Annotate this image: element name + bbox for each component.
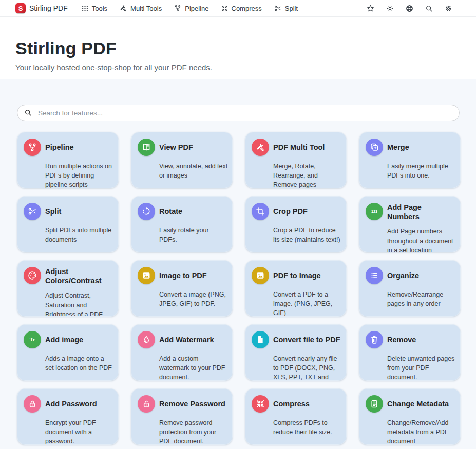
top-navbar: S Stirling PDF Tools Multi Tools [0, 0, 476, 17]
rotate-icon [138, 203, 155, 220]
page-subtitle: Your locally hosted one-stop-shop for al… [15, 63, 461, 72]
card-description: Remove password protection from your PDF… [159, 418, 228, 445]
image-icon [252, 267, 269, 284]
card-title: Add Page Numbers [387, 203, 455, 221]
card-title: Add Password [45, 399, 97, 409]
page-header: Stirling PDF Your locally hosted one-sto… [0, 17, 476, 79]
water-drop-icon [138, 331, 155, 348]
feature-card-add-watermark[interactable]: Add Watermark Add a custom watermark to … [131, 324, 233, 381]
card-description: Convert a PDF to a image. (PNG, JPEG, GI… [273, 290, 342, 317]
nav-item-multi-tools[interactable]: Multi Tools [119, 4, 162, 12]
nav-item-label: Compress [232, 5, 262, 12]
feature-card-add-image[interactable]: Tr Add image Adds a image onto a set loc… [17, 324, 119, 381]
card-title: Merge [387, 143, 409, 152]
feature-card-adjust-colors-contrast[interactable]: Adjust Colors/Contrast Adjust Contrast, … [17, 260, 119, 317]
card-description: Merge, Rotate, Rearrange, and Remove pag… [273, 162, 342, 188]
card-title: Crop PDF [273, 207, 308, 217]
nav-item-split[interactable]: Split [274, 4, 298, 12]
card-description: Convert a image (PNG, JPEG, GIF) to PDF. [159, 290, 228, 308]
card-description: Delete unwanted pages from your PDF docu… [387, 354, 456, 381]
card-description: Compress PDFs to reduce their file size. [273, 418, 342, 437]
trash-icon [366, 331, 383, 348]
multi-tools-icon [252, 139, 269, 156]
file-icon [252, 331, 269, 348]
nav-item-label: Split [285, 5, 298, 12]
card-title: PDF to Image [273, 271, 321, 281]
nav-item-label: Tools [92, 5, 107, 12]
svg-text:123: 123 [371, 210, 377, 214]
card-title: Rotate [159, 207, 182, 217]
feature-card-add-password[interactable]: Add Password Encrypt your PDF document w… [17, 388, 119, 445]
feature-card-pipeline[interactable]: Pipeline Run multiple actions on PDFs by… [17, 132, 119, 188]
page-numbers-123-icon: 123 [366, 203, 383, 220]
card-title: Organize [387, 271, 419, 281]
nav-menu: Tools Multi Tools Pipeline [81, 4, 298, 12]
nav-item-label: Multi Tools [130, 5, 162, 12]
compress-icon [221, 5, 229, 12]
feature-card-pdf-multi-tool[interactable]: PDF Multi Tool Merge, Rotate, Rearrange,… [245, 132, 347, 188]
search-icon[interactable] [425, 4, 433, 13]
feature-card-pdf-to-image[interactable]: PDF to Image Convert a PDF to a image. (… [245, 260, 347, 317]
feature-card-split[interactable]: Split Split PDFs into multiple documents [17, 196, 119, 252]
nav-item-tools[interactable]: Tools [81, 5, 107, 12]
card-title: Add Watermark [159, 335, 214, 345]
card-title: Convert file to PDF [273, 335, 340, 345]
card-title: View PDF [159, 143, 193, 152]
multi-tools-icon [119, 4, 127, 12]
star-icon[interactable] [366, 4, 375, 13]
nav-right-icons [366, 4, 453, 13]
card-title: Pipeline [45, 143, 74, 152]
scissors-icon [24, 203, 41, 220]
feature-card-merge[interactable]: Merge Easily merge multiple PDFs into on… [359, 132, 461, 188]
feature-card-organize[interactable]: Organize Remove/Rearrange pages in any o… [359, 260, 461, 317]
card-title: Split [45, 207, 61, 217]
theme-sun-icon[interactable] [386, 4, 394, 13]
card-description: Run multiple actions on PDFs by defining… [45, 162, 114, 188]
card-description: Easily rotate your PDFs. [159, 226, 228, 244]
feature-card-image-to-pdf[interactable]: Image to PDF Convert a image (PNG, JPEG,… [131, 260, 233, 317]
stirling-logo-icon: S [15, 3, 26, 13]
nav-item-pipeline[interactable]: Pipeline [174, 4, 208, 12]
search-input[interactable] [17, 105, 460, 121]
open-book-icon [138, 139, 155, 156]
feature-grid: Pipeline Run multiple actions on PDFs by… [17, 132, 461, 445]
nav-item-label: Pipeline [185, 5, 208, 12]
card-title: Adjust Colors/Contrast [45, 267, 113, 285]
card-description: Change/Remove/Add metadata from a PDF do… [387, 418, 456, 445]
feature-card-change-metadata[interactable]: Change Metadata Change/Remove/Add metada… [359, 388, 461, 445]
crop-icon [252, 203, 269, 220]
feature-card-remove[interactable]: Remove Delete unwanted pages from your P… [359, 324, 461, 381]
card-description: View, annotate, add text or images [159, 162, 228, 180]
palette-icon [24, 267, 41, 284]
text-format-icon: Tr [24, 331, 41, 348]
pipeline-icon [24, 139, 41, 156]
feature-card-view-pdf[interactable]: View PDF View, annotate, add text or ima… [131, 132, 233, 188]
feature-search [17, 105, 460, 121]
pipeline-icon [174, 4, 182, 12]
card-title: Compress [273, 399, 310, 409]
lock-icon [24, 395, 41, 413]
feature-card-rotate[interactable]: Rotate Easily rotate your PDFs. [131, 196, 233, 252]
list-icon [366, 267, 383, 284]
card-description: Convert nearly any file to PDF (DOCX, PN… [273, 354, 342, 381]
card-description: Encrypt your PDF document with a passwor… [45, 418, 114, 445]
feature-card-add-page-numbers[interactable]: 123 Add Page Numbers Add Page numbers th… [359, 196, 461, 252]
card-description: Remove/Rearrange pages in any order [387, 290, 456, 308]
card-description: Add Page numbers throughout a document i… [387, 227, 456, 252]
card-title: Remove [387, 335, 416, 345]
card-description: Easily merge multiple PDFs into one. [387, 162, 456, 180]
feature-card-remove-password[interactable]: Remove Password Remove password protecti… [131, 388, 233, 445]
settings-gear-icon[interactable] [444, 4, 453, 13]
feature-card-crop-pdf[interactable]: Crop PDF Crop a PDF to reduce its size (… [245, 196, 347, 252]
card-description: Split PDFs into multiple documents [45, 226, 114, 244]
scissors-icon [274, 4, 282, 12]
apps-grid-icon [81, 5, 89, 12]
nav-item-compress[interactable]: Compress [221, 5, 262, 12]
language-globe-icon[interactable] [405, 4, 414, 13]
feature-card-convert-file-to-pdf[interactable]: Convert file to PDF Convert nearly any f… [245, 324, 347, 381]
unlock-icon [138, 395, 155, 413]
feature-card-compress[interactable]: Compress Compress PDFs to reduce their f… [245, 388, 347, 445]
svg-text:Tr: Tr [30, 337, 35, 342]
brand-link[interactable]: S Stirling PDF [15, 3, 68, 13]
compress-icon [252, 395, 269, 413]
